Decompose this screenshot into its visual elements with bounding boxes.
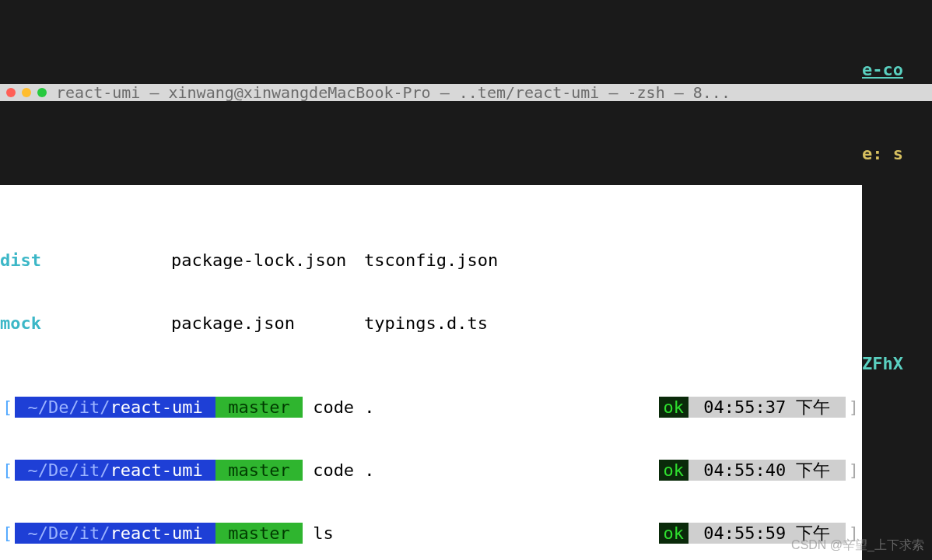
command: code . — [303, 397, 375, 418]
status-ok: ok — [659, 523, 689, 544]
bg-text-3: ZFhX — [862, 353, 903, 374]
watermark: CSDN @辛望_上下求索 — [791, 534, 924, 555]
file-name: tsconfig.json — [364, 250, 498, 271]
timestamp: 04:55:37 下午 — [688, 397, 846, 418]
git-branch: master — [215, 397, 303, 418]
status-ok: ok — [659, 460, 689, 481]
file-name: typings.d.ts — [364, 313, 488, 334]
prompt-path: ~/De/it/react-umi — [15, 397, 215, 418]
command: ls — [303, 523, 334, 544]
prompt-line: [ ~/De/it/react-umi master lsok 04:55:59… — [0, 523, 862, 544]
terminal[interactable]: distpackage-lock.jsontsconfig.json mockp… — [0, 185, 862, 560]
prompt-path: ~/De/it/react-umi — [15, 460, 215, 481]
prompt-line: [ ~/De/it/react-umi master code .ok 04:5… — [0, 397, 862, 418]
git-branch: master — [215, 460, 303, 481]
zoom-icon[interactable] — [37, 88, 47, 97]
git-branch: master — [215, 523, 303, 544]
status-ok: ok — [659, 397, 689, 418]
file-name: package-lock.json — [171, 250, 364, 271]
bg-text-2: e: s — [862, 144, 903, 163]
file-name: package.json — [171, 313, 364, 334]
minimize-icon[interactable] — [22, 88, 31, 97]
window-titlebar: react-umi — xinwang@xinwangdeMacBook-Pro… — [0, 84, 932, 101]
timestamp: 04:55:40 下午 — [688, 460, 846, 481]
bg-text-1: e-co — [862, 59, 903, 80]
prompt-line: [ ~/De/it/react-umi master code .ok 04:5… — [0, 460, 862, 481]
close-icon[interactable] — [6, 88, 16, 97]
window-title: react-umi — xinwang@xinwangdeMacBook-Pro… — [56, 82, 731, 103]
ls-output-row: mockpackage.jsontypings.d.ts — [0, 313, 862, 334]
traffic-lights — [6, 88, 47, 97]
prompt-path: ~/De/it/react-umi — [15, 523, 215, 544]
command: code . — [303, 460, 375, 481]
dir-name: mock — [0, 313, 171, 334]
background-editor: e-co e: s ZFhX — [862, 17, 903, 395]
dir-name: dist — [0, 250, 171, 271]
ls-output-row: distpackage-lock.jsontsconfig.json — [0, 250, 862, 271]
